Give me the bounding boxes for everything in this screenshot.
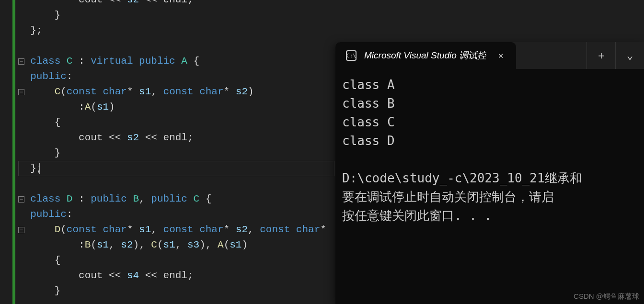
code-line[interactable]: cout << s4 << endl; — [18, 268, 194, 283]
active-line-highlight — [18, 161, 334, 176]
code-line[interactable]: :A(s1) — [18, 100, 115, 115]
code-line[interactable]: class C : virtual public A { — [18, 54, 199, 69]
fold-toggle-icon[interactable] — [18, 227, 24, 233]
debug-console-window: C:\ Microsoft Visual Studio 调试控 ✕ ＋ ⌄ cl… — [335, 42, 644, 304]
fold-toggle-icon[interactable] — [18, 196, 24, 203]
fold-toggle-icon[interactable] — [18, 58, 24, 65]
fold-gutter[interactable] — [18, 0, 28, 304]
console-tab[interactable]: C:\ Microsoft Visual Studio 调试控 ✕ — [335, 42, 516, 69]
code-line[interactable]: :B(s1, s2), C(s1, s3), A(s1) — [18, 237, 248, 253]
code-line[interactable]: cout << s2 << endl; — [18, 130, 194, 146]
console-output[interactable]: class A class B class C class D D:\code\… — [335, 69, 644, 225]
tab-dropdown-button[interactable]: ⌄ — [615, 42, 644, 69]
code-line[interactable]: cout << s2 << endl; — [18, 0, 194, 8]
code-line[interactable]: class D : public B, public C { — [18, 191, 211, 207]
watermark: CSDN @鳄鱼麻薯球 — [574, 292, 639, 301]
console-titlebar[interactable]: C:\ Microsoft Visual Studio 调试控 ✕ ＋ ⌄ — [335, 42, 644, 69]
tab-close-button[interactable]: ✕ — [494, 49, 507, 62]
code-line[interactable]: D(const char* s1, const char* s2, const … — [18, 222, 326, 237]
text-cursor — [39, 163, 40, 174]
fold-toggle-icon[interactable] — [18, 89, 24, 95]
code-line[interactable]: C(const char* s1, const char* s2) — [18, 84, 254, 100]
change-gutter — [12, 0, 15, 304]
console-tab-title: Microsoft Visual Studio 调试控 — [364, 49, 486, 62]
terminal-icon: C:\ — [346, 50, 356, 61]
new-tab-button[interactable]: ＋ — [586, 42, 615, 69]
